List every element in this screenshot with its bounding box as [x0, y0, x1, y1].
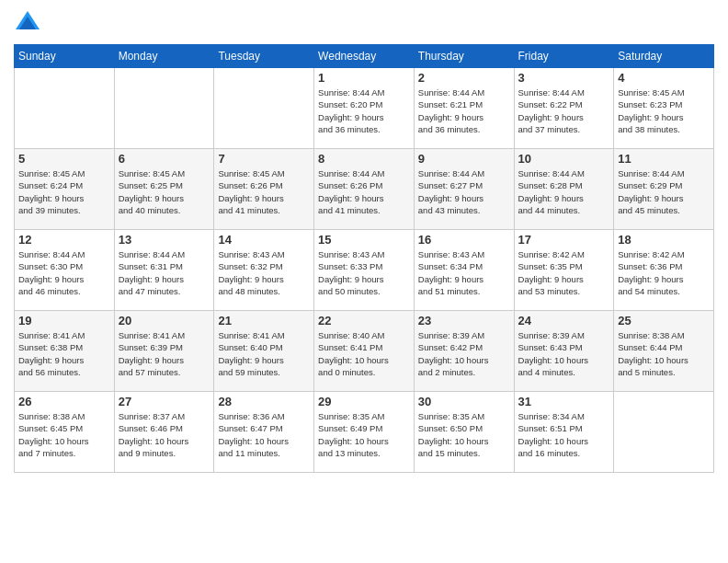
day-info: Sunrise: 8:36 AM Sunset: 6:47 PM Dayligh… [218, 410, 310, 459]
day-info: Sunrise: 8:41 AM Sunset: 6:38 PM Dayligh… [18, 329, 110, 378]
day-number: 12 [18, 233, 110, 247]
day-cell: 18Sunrise: 8:42 AM Sunset: 6:36 PM Dayli… [614, 230, 714, 311]
day-info: Sunrise: 8:41 AM Sunset: 6:40 PM Dayligh… [218, 329, 310, 378]
day-cell: 3Sunrise: 8:44 AM Sunset: 6:22 PM Daylig… [514, 68, 614, 149]
day-number: 10 [518, 152, 610, 166]
weekday-header-friday: Friday [514, 45, 614, 68]
day-number: 7 [218, 152, 310, 166]
day-number: 4 [618, 71, 710, 85]
day-info: Sunrise: 8:34 AM Sunset: 6:51 PM Dayligh… [518, 410, 610, 459]
day-number: 28 [218, 395, 310, 408]
day-info: Sunrise: 8:42 AM Sunset: 6:36 PM Dayligh… [618, 248, 710, 297]
day-info: Sunrise: 8:44 AM Sunset: 6:22 PM Dayligh… [518, 86, 610, 135]
day-info: Sunrise: 8:45 AM Sunset: 6:25 PM Dayligh… [119, 167, 210, 216]
day-cell: 30Sunrise: 8:35 AM Sunset: 6:50 PM Dayli… [414, 392, 514, 473]
day-info: Sunrise: 8:43 AM Sunset: 6:33 PM Dayligh… [318, 248, 410, 297]
day-info: Sunrise: 8:44 AM Sunset: 6:27 PM Dayligh… [418, 167, 510, 216]
day-info: Sunrise: 8:44 AM Sunset: 6:20 PM Dayligh… [318, 86, 410, 135]
day-info: Sunrise: 8:39 AM Sunset: 6:43 PM Dayligh… [518, 329, 610, 378]
day-cell: 24Sunrise: 8:39 AM Sunset: 6:43 PM Dayli… [514, 311, 614, 392]
day-number: 24 [518, 314, 610, 327]
day-number: 14 [218, 233, 310, 247]
day-number: 23 [418, 314, 510, 327]
weekday-header-tuesday: Tuesday [214, 45, 314, 68]
week-row-4: 19Sunrise: 8:41 AM Sunset: 6:38 PM Dayli… [15, 311, 714, 392]
day-number: 21 [218, 314, 310, 327]
day-info: Sunrise: 8:35 AM Sunset: 6:49 PM Dayligh… [318, 410, 410, 459]
day-info: Sunrise: 8:43 AM Sunset: 6:34 PM Dayligh… [418, 248, 510, 297]
calendar-header: SundayMondayTuesdayWednesdayThursdayFrid… [15, 45, 714, 68]
day-cell: 21Sunrise: 8:41 AM Sunset: 6:40 PM Dayli… [214, 311, 314, 392]
day-cell: 6Sunrise: 8:45 AM Sunset: 6:25 PM Daylig… [114, 149, 214, 230]
weekday-header-thursday: Thursday [414, 45, 514, 68]
day-cell: 4Sunrise: 8:45 AM Sunset: 6:23 PM Daylig… [614, 68, 714, 149]
day-info: Sunrise: 8:44 AM Sunset: 6:26 PM Dayligh… [318, 167, 410, 216]
weekday-row: SundayMondayTuesdayWednesdayThursdayFrid… [15, 45, 714, 68]
day-info: Sunrise: 8:35 AM Sunset: 6:50 PM Dayligh… [418, 410, 510, 459]
day-info: Sunrise: 8:43 AM Sunset: 6:32 PM Dayligh… [218, 248, 310, 297]
day-cell [15, 68, 115, 149]
page: SundayMondayTuesdayWednesdayThursdayFrid… [0, 0, 728, 563]
day-number: 19 [18, 314, 110, 327]
day-number: 13 [119, 233, 210, 247]
day-info: Sunrise: 8:45 AM Sunset: 6:23 PM Dayligh… [618, 86, 710, 135]
day-cell: 27Sunrise: 8:37 AM Sunset: 6:46 PM Dayli… [114, 392, 214, 473]
day-cell: 15Sunrise: 8:43 AM Sunset: 6:33 PM Dayli… [314, 230, 415, 311]
day-info: Sunrise: 8:44 AM Sunset: 6:28 PM Dayligh… [518, 167, 610, 216]
day-number: 26 [18, 395, 110, 408]
day-number: 16 [418, 233, 510, 247]
day-number: 17 [518, 233, 610, 247]
day-cell: 5Sunrise: 8:45 AM Sunset: 6:24 PM Daylig… [15, 149, 115, 230]
day-cell: 22Sunrise: 8:40 AM Sunset: 6:41 PM Dayli… [314, 311, 415, 392]
weekday-header-sunday: Sunday [15, 45, 115, 68]
day-info: Sunrise: 8:42 AM Sunset: 6:35 PM Dayligh… [518, 248, 610, 297]
day-info: Sunrise: 8:39 AM Sunset: 6:42 PM Dayligh… [418, 329, 510, 378]
day-cell: 23Sunrise: 8:39 AM Sunset: 6:42 PM Dayli… [414, 311, 514, 392]
day-info: Sunrise: 8:44 AM Sunset: 6:21 PM Dayligh… [418, 86, 510, 135]
day-cell: 16Sunrise: 8:43 AM Sunset: 6:34 PM Dayli… [414, 230, 514, 311]
weekday-header-saturday: Saturday [614, 45, 714, 68]
logo [14, 9, 45, 37]
day-cell: 13Sunrise: 8:44 AM Sunset: 6:31 PM Dayli… [114, 230, 214, 311]
day-cell: 12Sunrise: 8:44 AM Sunset: 6:30 PM Dayli… [15, 230, 115, 311]
week-row-3: 12Sunrise: 8:44 AM Sunset: 6:30 PM Dayli… [15, 230, 714, 311]
day-number: 27 [119, 395, 210, 408]
day-number: 22 [318, 314, 410, 327]
day-number: 18 [618, 233, 710, 247]
week-row-5: 26Sunrise: 8:38 AM Sunset: 6:45 PM Dayli… [15, 392, 714, 473]
day-number: 6 [119, 152, 210, 166]
day-info: Sunrise: 8:40 AM Sunset: 6:41 PM Dayligh… [318, 329, 410, 378]
day-info: Sunrise: 8:44 AM Sunset: 6:29 PM Dayligh… [618, 167, 710, 216]
week-row-2: 5Sunrise: 8:45 AM Sunset: 6:24 PM Daylig… [15, 149, 714, 230]
weekday-header-monday: Monday [114, 45, 214, 68]
day-cell [214, 68, 314, 149]
day-info: Sunrise: 8:38 AM Sunset: 6:44 PM Dayligh… [618, 329, 710, 378]
day-number: 3 [518, 71, 610, 85]
day-cell: 11Sunrise: 8:44 AM Sunset: 6:29 PM Dayli… [614, 149, 714, 230]
day-cell: 10Sunrise: 8:44 AM Sunset: 6:28 PM Dayli… [514, 149, 614, 230]
day-number: 29 [318, 395, 410, 408]
weekday-header-wednesday: Wednesday [314, 45, 415, 68]
day-number: 25 [618, 314, 710, 327]
day-cell: 17Sunrise: 8:42 AM Sunset: 6:35 PM Dayli… [514, 230, 614, 311]
day-cell: 31Sunrise: 8:34 AM Sunset: 6:51 PM Dayli… [514, 392, 614, 473]
day-cell: 8Sunrise: 8:44 AM Sunset: 6:26 PM Daylig… [314, 149, 415, 230]
day-number: 8 [318, 152, 410, 166]
day-cell: 14Sunrise: 8:43 AM Sunset: 6:32 PM Dayli… [214, 230, 314, 311]
header [14, 9, 714, 37]
day-info: Sunrise: 8:37 AM Sunset: 6:46 PM Dayligh… [119, 410, 210, 459]
day-number: 20 [119, 314, 210, 327]
day-number: 1 [318, 71, 410, 85]
week-row-1: 1Sunrise: 8:44 AM Sunset: 6:20 PM Daylig… [15, 68, 714, 149]
day-info: Sunrise: 8:41 AM Sunset: 6:39 PM Dayligh… [119, 329, 210, 378]
day-number: 5 [18, 152, 110, 166]
day-cell: 20Sunrise: 8:41 AM Sunset: 6:39 PM Dayli… [114, 311, 214, 392]
day-cell: 29Sunrise: 8:35 AM Sunset: 6:49 PM Dayli… [314, 392, 415, 473]
day-cell: 19Sunrise: 8:41 AM Sunset: 6:38 PM Dayli… [15, 311, 115, 392]
calendar-body: 1Sunrise: 8:44 AM Sunset: 6:20 PM Daylig… [15, 68, 714, 473]
day-cell: 28Sunrise: 8:36 AM Sunset: 6:47 PM Dayli… [214, 392, 314, 473]
day-number: 9 [418, 152, 510, 166]
day-info: Sunrise: 8:44 AM Sunset: 6:30 PM Dayligh… [18, 248, 110, 297]
day-info: Sunrise: 8:45 AM Sunset: 6:24 PM Dayligh… [18, 167, 110, 216]
day-cell: 25Sunrise: 8:38 AM Sunset: 6:44 PM Dayli… [614, 311, 714, 392]
